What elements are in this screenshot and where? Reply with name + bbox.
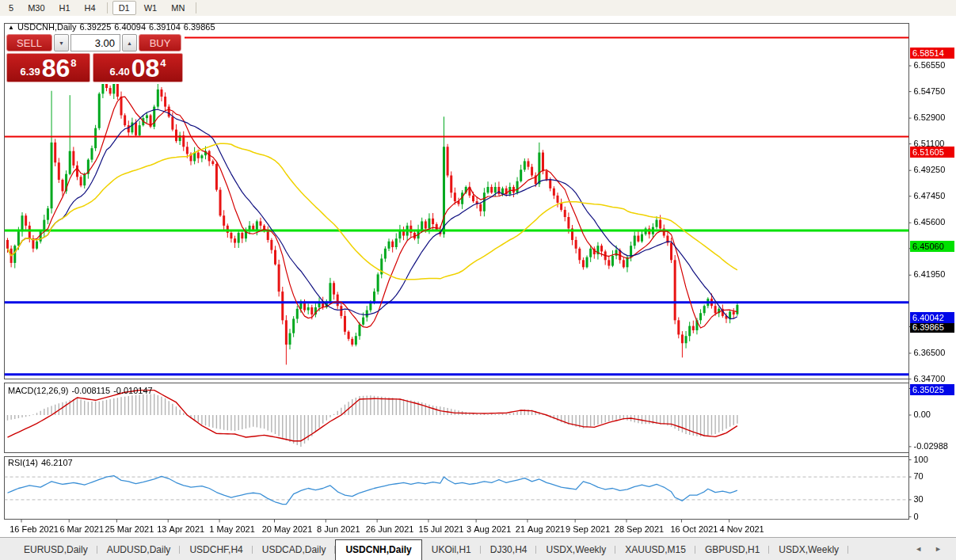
timeframe-button-w1[interactable]: W1 — [138, 1, 164, 15]
tab-usdchf-h4[interactable]: USDCHF,H4 — [180, 541, 252, 560]
timeframe-button-mn[interactable]: MN — [165, 1, 191, 15]
tab-audusd-daily[interactable]: AUDUSD,Daily — [97, 541, 181, 560]
chart-direction-icon: ▲ — [8, 24, 14, 31]
sell-button[interactable]: SELL — [6, 34, 52, 51]
chart-tab-bar: EURUSD,DailyAUDUSD,DailyUSDCHF,H4USDCAD,… — [0, 537, 956, 560]
price-level-badge-6-35025: 6.35025 — [910, 384, 954, 395]
tab-eurusd-daily[interactable]: EURUSD,Daily — [14, 541, 97, 560]
timeframe-button-d1[interactable]: D1 — [112, 1, 136, 15]
mt4-window: 5M30H1H4D1W1MN ▲USDCNH,Daily6.392256.400… — [0, 0, 956, 560]
buy-price-digits: 08 — [131, 56, 160, 80]
timeframe-toolbar: 5M30H1H4D1W1MN — [0, 0, 956, 16]
ohlc-low: 6.39104 — [149, 22, 181, 32]
price-level-badge-6-51605: 6.51605 — [910, 147, 954, 158]
one-click-trading-panel: SELL ▼ 3.00 ▲ BUY 6.39 86 8 6.40 08 4 — [5, 32, 185, 84]
tab-scroll-right-button[interactable]: ► — [928, 542, 948, 556]
chart-tabs: EURUSD,DailyAUDUSD,DailyUSDCHF,H4USDCAD,… — [0, 538, 848, 560]
price-level-badge-6-45060: 6.45060 — [910, 241, 954, 252]
tab-xauusd-m15[interactable]: XAUUSD,M15 — [615, 541, 695, 560]
timeframe-button-h4[interactable]: H4 — [78, 1, 102, 15]
ohlc-high: 6.40094 — [114, 22, 146, 32]
macd-indicator-label: MACD(12,26,9)-0.008115-0.010147 — [8, 386, 156, 395]
chart-title: ▲USDCNH,Daily6.392256.400946.391046.3986… — [8, 22, 219, 32]
tab-usdx-weekly[interactable]: USDX,Weekly — [769, 541, 848, 560]
tab-ukoil-h1[interactable]: UKOil,H1 — [422, 541, 481, 560]
tab-usdcnh-daily[interactable]: USDCNH,Daily — [335, 539, 421, 560]
buy-price-box[interactable]: 6.40 08 4 — [93, 53, 183, 82]
chart-area: ▲USDCNH,Daily6.392256.400946.391046.3986… — [0, 16, 956, 537]
tab-usdcad-daily[interactable]: USDCAD,Daily — [253, 541, 336, 560]
volume-increase-button[interactable]: ▲ — [122, 34, 137, 51]
chart-canvas[interactable] — [0, 16, 956, 537]
buy-button[interactable]: BUY — [139, 34, 181, 51]
ohlc-close: 6.39865 — [184, 22, 215, 32]
price-level-badge-6-58514: 6.58514 — [910, 48, 954, 59]
toolbar-separator — [107, 2, 108, 13]
sell-price-box[interactable]: 6.39 86 8 — [6, 53, 90, 82]
buy-price-pip: 4 — [160, 57, 166, 69]
timeframe-button-m30[interactable]: M30 — [21, 1, 51, 15]
tab-usdx-weekly[interactable]: USDX,Weekly — [536, 541, 615, 560]
tab-gbpusd-h1[interactable]: GBPUSD,H1 — [695, 541, 769, 560]
toolbar-separator — [196, 2, 196, 13]
sell-price-digits: 86 — [42, 56, 70, 80]
buy-price-prefix: 6.40 — [109, 66, 129, 78]
sell-price-prefix: 6.39 — [20, 66, 40, 78]
ohlc-open: 6.39225 — [79, 22, 111, 32]
timeframe-button-5[interactable]: 5 — [2, 1, 20, 15]
volume-input[interactable]: 3.00 — [70, 34, 120, 51]
chart-symbol-label: USDCNH,Daily — [17, 22, 77, 32]
tab-scroll-arrows: ◄ ► — [908, 538, 956, 560]
tab-scroll-left-button[interactable]: ◄ — [908, 542, 928, 556]
rsi-indicator-label: RSI(14)46.2107 — [8, 458, 76, 467]
price-level-badge-6-40042: 6.40042 — [910, 312, 954, 323]
volume-decrease-button[interactable]: ▼ — [54, 34, 69, 51]
timeframe-button-h1[interactable]: H1 — [53, 1, 77, 15]
sell-price-pip: 8 — [70, 57, 76, 69]
tab-dj30-h4[interactable]: DJ30,H4 — [481, 541, 537, 560]
